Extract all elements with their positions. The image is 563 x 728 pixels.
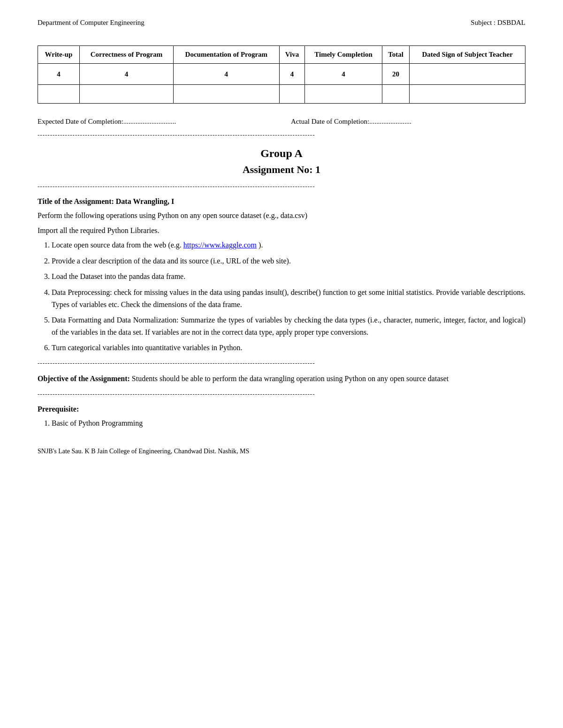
list-item-2: Provide a clear description of the data …	[52, 255, 525, 267]
assignment-list: Locate open source data from the web (e.…	[52, 239, 525, 354]
title-value: Data Wrangling, I	[116, 197, 174, 205]
list-item-4-text: Data Preprocessing: check for missing va…	[52, 288, 525, 308]
list-item-5-text: Data Formatting and Data Normalization: …	[52, 316, 525, 336]
kaggle-link[interactable]: https://www.kaggle.com	[183, 241, 257, 249]
prerequisite-list: Basic of Python Programming	[52, 417, 525, 429]
col-correctness: Correctness of Program	[79, 46, 173, 64]
cell-empty-7	[410, 85, 525, 104]
divider-4: ----------------------------------------…	[38, 390, 525, 398]
list-item-3: Load the Dataset into the pandas data fr…	[52, 270, 525, 283]
divider-3: ----------------------------------------…	[38, 360, 525, 367]
cell-empty-6	[382, 85, 409, 104]
group-title: Group A	[38, 147, 525, 160]
cell-documentation: 4	[173, 64, 279, 85]
list-item-6: Turn categorical variables into quantita…	[52, 342, 525, 354]
dates-section: Expected Date of Completion:............…	[38, 118, 525, 126]
expected-date: Expected Date of Completion:............…	[38, 118, 272, 126]
list-item-5: Data Formatting and Data Normalization: …	[52, 314, 525, 338]
divider-1: ----------------------------------------…	[38, 131, 525, 139]
cell-sign	[410, 64, 525, 85]
table-empty-row	[38, 85, 525, 104]
page-header: Department of Computer Engineering Subje…	[38, 19, 525, 27]
department-label: Department of Computer Engineering	[38, 19, 145, 27]
table-header-row: Write-up Correctness of Program Document…	[38, 46, 525, 64]
list-item-6-text: Turn categorical variables into quantita…	[52, 344, 242, 352]
assignment-title: Assignment No: 1	[38, 164, 525, 176]
title-label-bold: Title of the Assignment:	[38, 197, 114, 205]
intro-text-2: Import all the required Python Libraries…	[38, 225, 525, 237]
prereq-item-1-text: Basic of Python Programming	[52, 419, 143, 427]
subject-label: Subject : DSBDAL	[471, 19, 525, 27]
cell-empty-1	[38, 85, 80, 104]
cell-total: 20	[382, 64, 409, 85]
cell-empty-3	[173, 85, 279, 104]
cell-empty-5	[305, 85, 382, 104]
list-item-1-text: Locate open source data from the web (e.…	[52, 241, 183, 249]
col-viva: Viva	[279, 46, 304, 64]
cell-correctness: 4	[79, 64, 173, 85]
footer: SNJB's Late Sau. K B Jain College of Eng…	[38, 448, 525, 455]
cell-empty-2	[79, 85, 173, 104]
footer-text: SNJB's Late Sau. K B Jain College of Eng…	[38, 448, 249, 455]
col-writeup: Write-up	[38, 46, 80, 64]
list-item-1-after: ).	[259, 241, 263, 249]
prerequisite-title: Prerequisite:	[38, 405, 525, 413]
intro-text-1: Perform the following operations using P…	[38, 210, 525, 222]
list-item-4: Data Preprocessing: check for missing va…	[52, 286, 525, 310]
table-row: 4 4 4 4 4 20	[38, 64, 525, 85]
actual-date: Actual Date of Completion:..............…	[272, 118, 525, 126]
col-timely: Timely Completion	[305, 46, 382, 64]
objective-label: Objective of the Assignment:	[38, 375, 130, 383]
cell-empty-4	[279, 85, 304, 104]
col-documentation: Documentation of Program	[173, 46, 279, 64]
list-item-2-text: Provide a clear description of the data …	[52, 257, 291, 265]
cell-viva: 4	[279, 64, 304, 85]
prerequisite-label: Prerequisite:	[38, 405, 79, 413]
cell-writeup: 4	[38, 64, 80, 85]
prereq-item-1: Basic of Python Programming	[52, 417, 525, 429]
cell-timely: 4	[305, 64, 382, 85]
col-total: Total	[382, 46, 409, 64]
objective-section: Objective of the Assignment: Students sh…	[38, 373, 525, 385]
objective-body: Students should be able to perform the d…	[132, 375, 449, 383]
grading-table: Write-up Correctness of Program Document…	[38, 45, 525, 104]
list-item-1: Locate open source data from the web (e.…	[52, 239, 525, 251]
list-item-3-text: Load the Dataset into the pandas data fr…	[52, 272, 185, 280]
col-dated-sign: Dated Sign of Subject Teacher	[410, 46, 525, 64]
assignment-title-label: Title of the Assignment: Data Wrangling,…	[38, 197, 525, 206]
divider-2: ----------------------------------------…	[38, 183, 525, 190]
